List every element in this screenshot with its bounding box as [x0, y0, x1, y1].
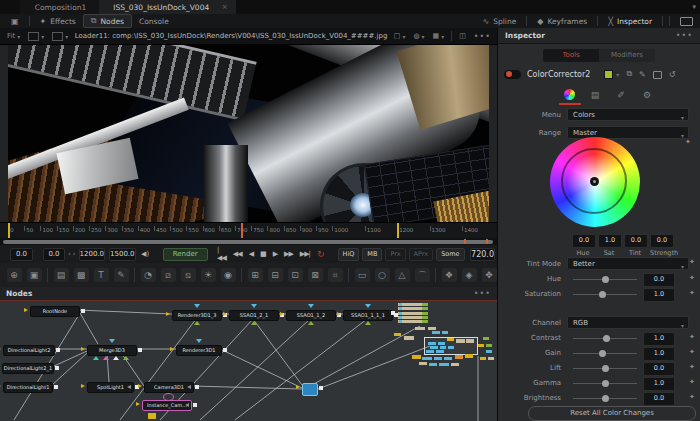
- mini-node-chip[interactable]: [466, 339, 474, 343]
- color-wheel-tab-icon[interactable]: [564, 89, 575, 100]
- keyframe-icon[interactable]: ✦: [689, 348, 695, 356]
- mini-node-chip[interactable]: [439, 363, 449, 366]
- quality-button-some[interactable]: Some: [436, 248, 464, 261]
- node-ssao1_1_2[interactable]: SSAO1_1_2: [286, 310, 336, 321]
- mini-node-chip[interactable]: [404, 336, 414, 340]
- menu-button-spline[interactable]: ∿Spline: [476, 15, 524, 27]
- node-output-port[interactable]: [193, 403, 197, 407]
- wheel-value-sat[interactable]: 1.0: [598, 234, 622, 248]
- node-aux-port[interactable]: [194, 321, 200, 325]
- node-input-port[interactable]: [337, 312, 341, 316]
- node-multi-input-port[interactable]: [93, 356, 99, 360]
- node-input-port[interactable]: [170, 347, 174, 351]
- mini-node-chip[interactable]: [415, 327, 425, 330]
- wheel-value-tint[interactable]: 0.0: [624, 234, 648, 248]
- background-tool-icon[interactable]: ▤: [54, 268, 69, 282]
- node-input-port[interactable]: [166, 312, 170, 316]
- mini-node-chip[interactable]: [434, 357, 442, 360]
- mini-node-chip[interactable]: [456, 339, 465, 343]
- inspector-options-menu[interactable]: •••: [676, 31, 693, 40]
- go-to-end-button[interactable]: ▶▶|: [300, 250, 310, 258]
- channel-view-dropdown[interactable]: ▾: [24, 32, 48, 41]
- slider-value-gain[interactable]: 1.0: [643, 347, 675, 361]
- paint-tool-icon[interactable]: ✎: [114, 268, 129, 282]
- menu-button-nodes[interactable]: ⧉Nodes: [83, 14, 132, 28]
- dissolve-tool-icon[interactable]: ⊟: [268, 268, 283, 282]
- node-output-port[interactable]: [56, 348, 60, 352]
- reset-icon[interactable]: ↺: [669, 70, 676, 79]
- node-output-port[interactable]: [81, 309, 85, 313]
- node-input-port[interactable]: [81, 347, 85, 351]
- node-connection[interactable]: [253, 319, 302, 385]
- mini-node-chip[interactable]: [412, 355, 421, 359]
- mini-node-chip[interactable]: [440, 346, 446, 349]
- pick-icon[interactable]: ✎: [639, 70, 646, 79]
- quality-button-mb[interactable]: MB: [362, 248, 382, 261]
- node-output-port[interactable]: [54, 385, 58, 389]
- node-instance_cam...[interactable]: Instance_Cam...: [142, 400, 192, 411]
- keyframe-icon[interactable]: ✦: [689, 363, 695, 371]
- node-input-port[interactable]: [280, 312, 284, 316]
- render-start-field[interactable]: 0.0: [43, 248, 65, 261]
- global-start-field[interactable]: 0.0: [10, 248, 33, 261]
- mini-node-chip[interactable]: [430, 346, 438, 349]
- levels-tab-icon[interactable]: ▤: [584, 88, 606, 102]
- node-mask-port[interactable]: [194, 304, 200, 308]
- slider-handle-brightness[interactable]: [602, 395, 609, 402]
- quality-button-hiq[interactable]: HiQ: [338, 248, 360, 261]
- node-mask-port[interactable]: [365, 304, 371, 308]
- node-directionallight1[interactable]: DirectionalLight1: [3, 382, 53, 393]
- mini-node-chip[interactable]: [428, 327, 436, 330]
- loader-tool-icon[interactable]: ⊕: [7, 268, 22, 282]
- mini-node-chip[interactable]: [480, 357, 486, 360]
- sphere-view-dropdown[interactable]: ◍▾: [409, 32, 428, 40]
- node-multi-input-port[interactable]: [113, 356, 119, 360]
- chevron-down-icon[interactable]: ▾: [616, 71, 619, 78]
- resize-tool-icon[interactable]: ⊠: [308, 268, 323, 282]
- mini-node-chip[interactable]: [455, 355, 463, 359]
- huecurves-tool-icon[interactable]: ⧅: [181, 268, 196, 282]
- composition-tab[interactable]: ISS_030_IssUnDock_V004×: [99, 0, 236, 14]
- menu-button-inspector[interactable]: ╳Inspector: [601, 15, 659, 27]
- mini-node-chip[interactable]: [483, 337, 489, 340]
- node-input-port[interactable]: [24, 308, 28, 312]
- mini-node-chip[interactable]: [478, 344, 484, 347]
- go-to-start-button[interactable]: |◀◀: [217, 246, 226, 262]
- keyframe-icon[interactable]: ✦: [689, 289, 695, 297]
- mini-node-chip[interactable]: [422, 357, 432, 360]
- text-tool-icon[interactable]: T: [94, 268, 109, 282]
- mini-node-chip[interactable]: [426, 350, 434, 353]
- mini-node-chip[interactable]: [486, 350, 492, 353]
- brightnesscontrast-tool-icon[interactable]: ☀: [201, 268, 216, 282]
- node-renderer3d1_3[interactable]: Renderer3D1_3: [172, 310, 222, 321]
- slider-value-saturation[interactable]: 1.0: [643, 288, 675, 302]
- slider-value-lift[interactable]: 0.0: [643, 362, 675, 376]
- play-reverse-button[interactable]: ◀: [249, 250, 253, 258]
- ui-layout-toggle-icon[interactable]: ▣: [4, 15, 26, 27]
- node-directionallight2_1[interactable]: DirectionalLight2_1: [2, 363, 54, 374]
- timeline-scrollbar[interactable]: [3, 240, 493, 244]
- slider-handle-saturation[interactable]: [599, 291, 606, 298]
- current-frame-field[interactable]: 720.0: [470, 248, 495, 261]
- blur-tool-icon[interactable]: ◉: [221, 268, 236, 282]
- mattecontrol-tool-icon[interactable]: ⊡: [288, 268, 303, 282]
- brush-tab-icon[interactable]: ✐: [610, 88, 632, 102]
- node-input-port[interactable]: [81, 384, 85, 388]
- node-output-port[interactable]: [319, 386, 323, 390]
- node-output-port[interactable]: [391, 311, 395, 315]
- node-aux-port[interactable]: [365, 321, 371, 325]
- lock-icon[interactable]: [653, 71, 662, 79]
- node-graph[interactable]: RootNodeRenderer3D1_3SSAO1_2_1SSAO1_1_2S…: [0, 301, 497, 421]
- play-button[interactable]: ▶: [273, 250, 277, 258]
- node-connection[interactable]: [52, 351, 87, 367]
- mini-node-chip[interactable]: [444, 357, 452, 360]
- menu-button-effects[interactable]: ✦Effects: [33, 15, 83, 27]
- node-input-port[interactable]: [138, 384, 142, 388]
- menu-dropdown[interactable]: Colors▾: [567, 108, 689, 121]
- stop-button[interactable]: ■: [260, 250, 266, 258]
- slider-handle-contrast[interactable]: [603, 335, 610, 342]
- node-merge3d3[interactable]: Merge3D3: [87, 345, 137, 356]
- render-range-end-marker[interactable]: [397, 223, 399, 239]
- quality-button-prx[interactable]: Prx: [385, 248, 405, 261]
- slider-handle-gamma[interactable]: [602, 380, 609, 387]
